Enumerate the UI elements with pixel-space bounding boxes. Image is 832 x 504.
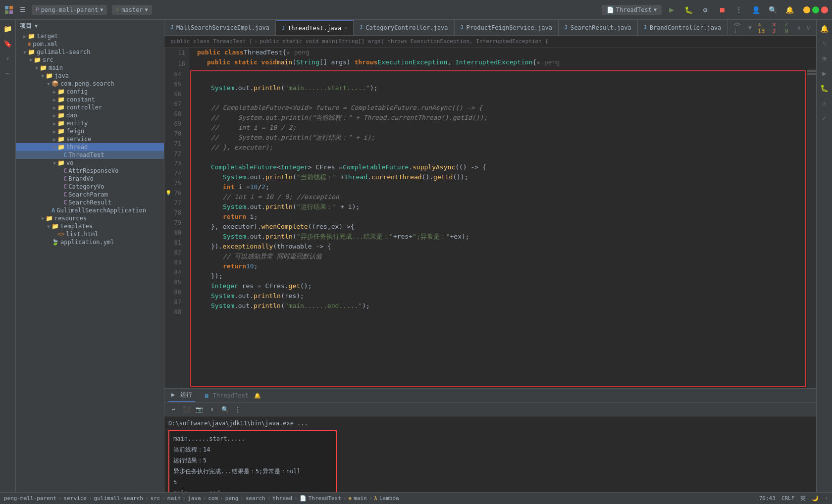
breadcrumb-item[interactable]: thread	[272, 495, 292, 502]
notifications-button[interactable]: 🔔	[782, 3, 796, 17]
debug-sidebar-icon[interactable]: 🐛	[818, 81, 832, 95]
tab-warnings[interactable]: ⚠ 13	[756, 20, 768, 36]
tab-search[interactable]: J SearchResult.java	[559, 20, 638, 35]
tab-scroll-down[interactable]: ∨	[805, 23, 812, 32]
tree-item-src[interactable]: ▼ 📁 src	[16, 56, 164, 64]
tree-item-searchparam[interactable]: ▶ C SearchParam	[16, 191, 164, 199]
tree-item-thread[interactable]: ▼ 📁 thread	[16, 143, 164, 151]
tree-item-controller[interactable]: ▶ 📁 controller	[16, 103, 164, 111]
tree-item-templates[interactable]: ▼ 📁 templates	[16, 222, 164, 230]
tab-product[interactable]: J ProductFeignService.java	[455, 20, 559, 35]
breadcrumb-item[interactable]: main	[167, 495, 181, 502]
tree-item-threadtest[interactable]: ▶ C ThreadTest	[16, 151, 164, 159]
tree-item-pom[interactable]: ▶ m pom.xml	[16, 40, 164, 48]
tree-item-service[interactable]: ▶ 📁 service	[16, 135, 164, 143]
tab-mallsearch[interactable]: J MallSearchServiceImpl.java	[164, 20, 276, 35]
tree-item-attrresponsevo[interactable]: ▶ C AttrResponseVo	[16, 167, 164, 175]
tree-item-config[interactable]: ▶ 📁 config	[16, 88, 164, 96]
breadcrumb-item[interactable]: ThreadTest	[309, 495, 341, 502]
tree-item-listhtml[interactable]: ▶ <> list.html	[16, 230, 164, 238]
breadcrumb-item[interactable]: com	[208, 495, 218, 502]
breadcrumb-item[interactable]: gulimall-search	[94, 495, 143, 502]
project-icon[interactable]: 📁	[1, 22, 15, 36]
tab-category[interactable]: J CategoryController.java	[354, 20, 454, 35]
tab-split-button[interactable]: <> i	[731, 20, 744, 36]
scroll-end-button[interactable]: ⬇	[207, 404, 217, 414]
close-button[interactable]: ✕	[821, 6, 828, 13]
tree-item-resources[interactable]: ▼ 📁 resources	[16, 214, 164, 222]
breadcrumb-item[interactable]: java	[188, 495, 201, 502]
tree-item-appyml[interactable]: ▶ 🍃 application.yml	[16, 238, 164, 246]
tree-item-dao[interactable]: ▶ 📁 dao	[16, 111, 164, 119]
breadcrumb-item[interactable]: peng-mall-parent	[4, 495, 56, 502]
breadcrumb-item[interactable]: search	[246, 495, 265, 502]
tree-item-package[interactable]: ▼ 📦 com.peng.search	[16, 80, 164, 88]
cursor-position[interactable]: 76:43	[759, 495, 776, 502]
code-top-content[interactable]: public class ThreadTest { ★ peng public …	[189, 48, 816, 69]
tab-more-button[interactable]: ▼	[746, 23, 754, 32]
bottom-tab-threadtest[interactable]: 🖥 ThreadTest 🔔	[201, 390, 264, 401]
tree-item-vo[interactable]: ▼ 📁 vo	[16, 159, 164, 167]
tree-item-feign[interactable]: ▶ 📁 feign	[16, 127, 164, 135]
input-method[interactable]: 英	[800, 495, 806, 502]
more-options[interactable]: ⋮	[732, 3, 746, 17]
tree-item-gulimall[interactable]: ▼ 📁 gulimall-search	[16, 48, 164, 56]
breadcrumb-item[interactable]: peng	[225, 495, 239, 502]
tab-scroll-up[interactable]: ∧	[795, 23, 803, 32]
tree-item-main[interactable]: ▼ 📁 main	[16, 64, 164, 72]
search-button[interactable]: 🔍	[766, 3, 780, 17]
minimize-button[interactable]: ─	[803, 6, 810, 13]
project-header[interactable]: 项目 ▼	[16, 20, 164, 32]
line-num-69: 69	[164, 119, 185, 129]
tab-info[interactable]: ✓ 9	[782, 20, 793, 36]
tab-brand[interactable]: J BrandController.java	[638, 20, 728, 35]
project-selector[interactable]: P peng-mall-parent ▼	[32, 5, 107, 15]
breadcrumb-item[interactable]: src	[151, 495, 160, 502]
folder-icon: 📁	[46, 72, 53, 79]
tree-item-searchresult[interactable]: ▶ C SearchResult	[16, 199, 164, 206]
debug-button[interactable]: 🐛	[681, 3, 695, 17]
git-icon[interactable]: ⑂	[818, 37, 832, 50]
run-config-selector[interactable]: 📄 ThreadTest ▼	[602, 5, 662, 15]
bottom-panel: ▶ 运行 🖥 ThreadTest 🔔 ↩ ⬛ 📷 ⬇ 🔍 ⋮ D:\softw…	[164, 388, 816, 492]
structure-icon[interactable]: ⚡	[1, 51, 15, 65]
screenshot-button[interactable]: 📷	[194, 404, 204, 414]
tree-item-app[interactable]: ▶ A GulimallSearchApplication	[16, 206, 164, 214]
tree-item-categoryvo[interactable]: ▶ C CategoryVo	[16, 183, 164, 191]
branch-selector[interactable]: ⑂ master ▼	[112, 5, 152, 15]
tab-errors[interactable]: ✕ 2	[770, 20, 780, 36]
tree-item-java[interactable]: ▼ 📁 java	[16, 72, 164, 80]
maximize-button[interactable]: □	[812, 6, 819, 13]
terminal-icon[interactable]: ⊞	[818, 51, 832, 65]
breadcrumb-item[interactable]: Lambda	[379, 495, 399, 502]
line-ending[interactable]: CRLF	[781, 495, 795, 502]
hamburger-menu[interactable]: ☰	[17, 4, 29, 15]
settings-button[interactable]: ⚙	[698, 3, 712, 17]
tab-threadtest[interactable]: J ThreadTest.java ✕	[276, 20, 354, 35]
notifications-sidebar-icon[interactable]: 🔔	[818, 22, 832, 36]
user-button[interactable]: 👤	[749, 3, 763, 17]
tab-close-button[interactable]: ✕	[344, 25, 347, 31]
bookmarks-icon[interactable]: 🔖	[1, 37, 15, 50]
minimap-scrollbar[interactable]	[807, 69, 816, 388]
tree-item-entity[interactable]: ▶ 📁 entity	[16, 119, 164, 127]
plugins-icon[interactable]: ⋯	[1, 66, 15, 80]
run-button[interactable]: ▶	[665, 3, 678, 17]
tree-item-target[interactable]: ▶ 📁 target	[16, 32, 164, 40]
tab-label: MallSearchServiceImpl.java	[176, 24, 269, 31]
breadcrumb-item[interactable]: service	[64, 495, 87, 502]
problems-icon[interactable]: ⚠	[818, 96, 832, 110]
code-content[interactable]: System.out.println("main......start.....…	[190, 70, 806, 387]
main-code-area[interactable]: 64 65 66 67 68 69 70 71 72 73 74 75 💡 76	[164, 69, 816, 388]
rerun-button[interactable]: ↩	[168, 404, 178, 414]
tree-item-constant[interactable]: ▶ 📁 constant	[16, 96, 164, 103]
breadcrumb-item[interactable]: main	[354, 495, 367, 502]
todo-icon[interactable]: ✓	[818, 111, 832, 125]
run-sidebar-icon[interactable]: ▶	[818, 66, 832, 80]
stop-run-button[interactable]: ⬛	[181, 404, 191, 414]
more-run-options[interactable]: ⋮	[233, 404, 243, 414]
filter-button[interactable]: 🔍	[220, 404, 230, 414]
bottom-tab-run[interactable]: ▶ 运行	[168, 389, 195, 402]
stop-button[interactable]: ⏹	[715, 3, 729, 17]
tree-item-brandvo[interactable]: ▶ C BrandVo	[16, 175, 164, 183]
